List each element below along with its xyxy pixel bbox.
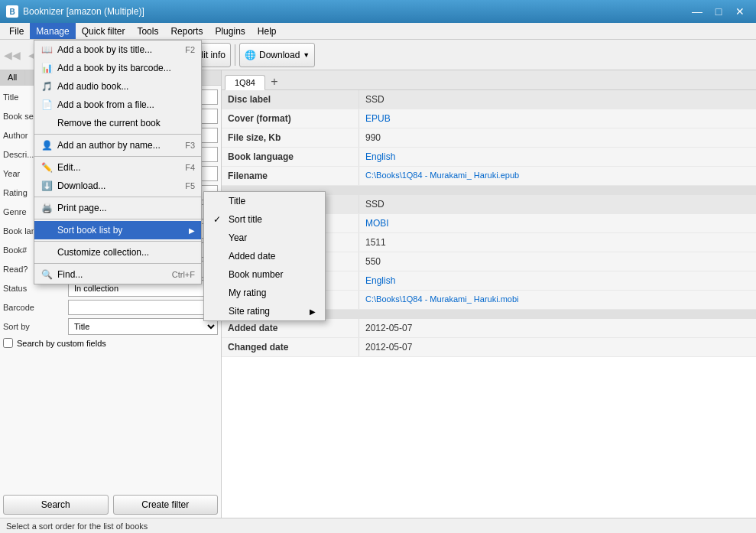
menu-customize[interactable]: Customize collection...: [34, 243, 201, 262]
manage-dropdown[interactable]: 📖 Add a book by its title... F2 📊 Add a …: [34, 40, 202, 284]
find-shortcut: Ctrl+F: [172, 270, 195, 279]
search-custom-fields-label: Search by custom fields: [17, 339, 106, 348]
info-value-changed: 2012-05-07: [359, 338, 756, 356]
menu-manage[interactable]: Manage: [30, 23, 75, 39]
find-label: Find...: [57, 269, 83, 280]
menu-add-author[interactable]: 👤 Add an author by name... F3: [34, 136, 201, 154]
sort-item-title[interactable]: Title: [204, 192, 325, 210]
info-value-filename-1: C:\Books\1Q84 - Murakami_ Haruki.epub: [359, 167, 756, 185]
sort-item-sort-title[interactable]: ✓ Sort title: [204, 210, 325, 229]
add-by-barcode-label: Add a book by its barcode...: [57, 63, 171, 73]
download-menu-shortcut: F5: [185, 181, 195, 190]
minimize-button[interactable]: —: [687, 4, 707, 19]
info-row-disc-label-1: Disc label SSD: [222, 90, 756, 109]
info-label-disc-label-1: Disc label: [222, 90, 359, 109]
menu-quickfilter[interactable]: Quick filter: [76, 23, 131, 39]
sort-item-my-rating[interactable]: My rating: [204, 284, 325, 302]
info-label-filesize-1: File size, Kb: [222, 128, 359, 147]
search-button[interactable]: Search: [3, 495, 109, 515]
download-label: Download: [259, 50, 300, 60]
menu-add-audio[interactable]: 🎵 Add audio book...: [34, 77, 201, 96]
download-arrow-icon: ▼: [303, 51, 310, 59]
remove-label: Remove the current book: [57, 118, 161, 128]
info-row-lang-1: Book language English: [222, 148, 756, 167]
remove-icon: [41, 117, 53, 129]
barcode-label: Barcode: [3, 303, 68, 312]
add-author-label: Add an author by name...: [57, 140, 161, 151]
sort-site-rating-label: Site rating: [229, 306, 270, 317]
maximize-button[interactable]: □: [709, 4, 728, 19]
search-custom-fields-checkbox[interactable]: [3, 338, 13, 348]
info-label-lang-1: Book language: [222, 148, 359, 166]
info-value-disc-label-1: SSD: [359, 90, 756, 109]
menu-file[interactable]: File: [3, 23, 30, 39]
sort-item-year[interactable]: Year: [204, 229, 325, 247]
menu-print[interactable]: 🖨️ Print page...: [34, 199, 201, 217]
sort-item-added-date[interactable]: Added date: [204, 247, 325, 265]
dropdown-sep-4: [34, 219, 201, 219]
download-button[interactable]: 🌐 Download ▼: [239, 43, 315, 67]
close-button[interactable]: ✕: [730, 4, 750, 19]
add-author-shortcut: F3: [185, 141, 195, 150]
dropdown-sep-6: [34, 263, 201, 264]
sort-item-book-number[interactable]: Book number: [204, 265, 325, 284]
window-title: Booknizer [amazon (Multiple)]: [23, 6, 687, 17]
download-icon: 🌐: [245, 50, 256, 60]
menu-reports[interactable]: Reports: [164, 23, 209, 39]
left-tab-all[interactable]: All: [0, 70, 25, 85]
download-menu-icon: ⬇️: [41, 180, 53, 192]
edit-label: Edit...: [57, 162, 81, 173]
customize-icon: [41, 246, 53, 258]
add-from-file-icon: 📄: [41, 99, 53, 111]
toolbar-sep-3: [235, 44, 235, 66]
sort-added-date-label: Added date: [229, 251, 275, 262]
add-by-title-shortcut: F2: [185, 45, 195, 54]
add-audio-icon: 🎵: [41, 80, 53, 93]
site-rating-arrow-icon: ▶: [310, 307, 316, 316]
menu-sort[interactable]: Sort book list by ▶: [34, 221, 201, 239]
search-buttons: Search Create filter: [0, 492, 221, 518]
sort-by-row: Sort by Title Sort title Year Added date: [3, 318, 218, 335]
add-by-title-label: Add a book by its title...: [57, 44, 152, 55]
menu-add-by-barcode[interactable]: 📊 Add a book by its barcode...: [34, 59, 201, 77]
menu-plugins[interactable]: Plugins: [209, 23, 251, 39]
add-by-barcode-icon: 📊: [41, 62, 53, 74]
sort-by-select[interactable]: Title Sort title Year Added date: [68, 318, 218, 335]
menu-tools[interactable]: Tools: [131, 23, 164, 39]
title-bar-controls: — □ ✕: [687, 4, 750, 19]
sort-label: Sort book list by: [57, 225, 122, 236]
info-row-changed: Changed date 2012-05-07: [222, 338, 756, 357]
create-filter-button[interactable]: Create filter: [113, 495, 219, 515]
menu-edit[interactable]: ✏️ Edit... F4: [34, 158, 201, 177]
book-tabs: 1Q84 +: [222, 70, 756, 90]
add-tab-button[interactable]: +: [267, 74, 282, 89]
sort-sort-title-check: ✓: [213, 214, 224, 225]
dropdown-sep-3: [34, 197, 201, 197]
status-bar: Select a sort order for the list of book…: [0, 518, 756, 533]
info-value-cover-1: EPUB: [359, 109, 756, 128]
menu-help[interactable]: Help: [251, 23, 283, 39]
dropdown-sep-2: [34, 156, 201, 157]
menu-download[interactable]: ⬇️ Download... F5: [34, 177, 201, 195]
nav-back-back[interactable]: ◀◀: [3, 46, 21, 64]
sort-submenu[interactable]: Title ✓ Sort title Year Added date Book …: [203, 191, 326, 321]
sort-by-label: Sort by: [3, 322, 68, 331]
menu-remove[interactable]: Remove the current book: [34, 114, 201, 132]
menu-add-from-file[interactable]: 📄 Add a book from a file...: [34, 96, 201, 114]
book-tab-1q84[interactable]: 1Q84: [225, 75, 265, 90]
find-icon: 🔍: [41, 268, 53, 281]
sort-book-number-label: Book number: [229, 269, 283, 280]
info-value-cover-2: MOBI: [359, 214, 756, 232]
sort-icon: [41, 224, 53, 236]
sort-my-rating-label: My rating: [229, 288, 266, 298]
book-tab-label: 1Q84: [235, 78, 255, 87]
barcode-input[interactable]: [68, 300, 218, 315]
menu-add-by-title[interactable]: 📖 Add a book by its title... F2: [34, 41, 201, 59]
add-author-icon: 👤: [41, 139, 53, 151]
info-row-filesize-1: File size, Kb 990: [222, 128, 756, 148]
info-row-filename-1: Filename C:\Books\1Q84 - Murakami_ Haruk…: [222, 167, 756, 186]
menu-find[interactable]: 🔍 Find... Ctrl+F: [34, 265, 201, 284]
info-value-disc-label-2: SSD: [359, 195, 756, 213]
sort-item-site-rating[interactable]: Site rating ▶: [204, 302, 325, 320]
dropdown-sep-1: [34, 134, 201, 135]
